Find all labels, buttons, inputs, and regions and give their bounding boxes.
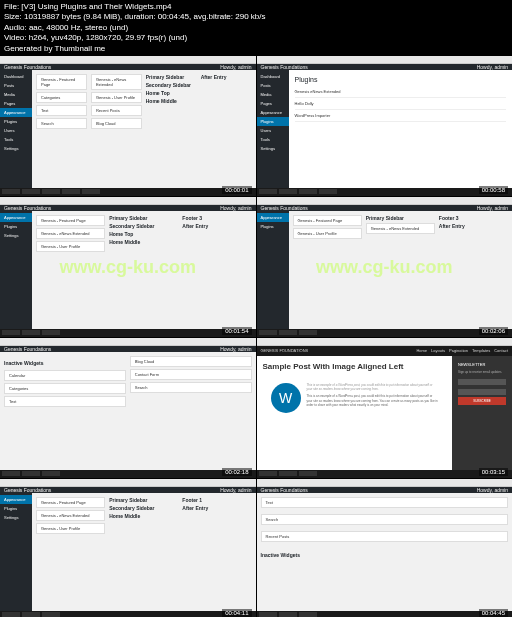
available-widget[interactable]: Categories: [4, 383, 126, 394]
newsletter-widget: NEWSLETTER Sign up to receive email upda…: [452, 356, 512, 478]
sidebar-area[interactable]: After Entry: [439, 223, 508, 229]
sidebar-area[interactable]: Primary Sidebar: [109, 497, 178, 503]
taskbar: [0, 470, 256, 478]
available-widget[interactable]: Recent Posts: [91, 105, 142, 116]
available-widget[interactable]: Blog Cloud: [91, 118, 142, 129]
nav-pagination[interactable]: Pagination: [449, 348, 468, 353]
sidebar-area[interactable]: Home Top: [146, 90, 197, 96]
sidebar-area[interactable]: After Entry: [201, 74, 252, 80]
sidebar-area[interactable]: Secondary Sidebar: [109, 223, 178, 229]
wp-sidebar: Appearance Plugins Settings: [0, 493, 32, 617]
menu-settings[interactable]: Settings: [0, 231, 32, 240]
thumb-3: Genesis FoundationsHowdy, admin Appearan…: [0, 197, 256, 337]
menu-plugins[interactable]: Plugins: [0, 222, 32, 231]
available-widget[interactable]: Genesis - Featured Page: [293, 215, 362, 226]
menu-settings[interactable]: Settings: [0, 513, 32, 522]
sidebar-area[interactable]: Home Middle: [109, 239, 178, 245]
menu-appearance[interactable]: Appearance: [257, 213, 289, 222]
audio-line: Audio: aac, 48000 Hz, stereo (und): [4, 23, 508, 33]
menu-appearance[interactable]: Appearance: [257, 108, 289, 117]
taskbar: [257, 611, 513, 617]
taskbar: [257, 470, 513, 478]
sidebar-area[interactable]: Secondary Sidebar: [109, 505, 178, 511]
available-widget[interactable]: Genesis - eNews Extended: [36, 228, 105, 239]
widget-item[interactable]: Text: [261, 497, 509, 508]
nav-home[interactable]: Home: [416, 348, 427, 353]
sidebar-area[interactable]: After Entry: [182, 223, 251, 229]
sidebar-area[interactable]: Footer 3: [182, 215, 251, 221]
plugin-row[interactable]: Hello Dolly: [295, 98, 507, 110]
available-widget[interactable]: Genesis - Featured Page: [36, 215, 105, 226]
sidebar-area[interactable]: Home Top: [109, 231, 178, 237]
menu-appearance[interactable]: Appearance: [0, 108, 32, 117]
available-widget[interactable]: Genesis - User Profile: [91, 92, 142, 103]
thumb-8: Genesis FoundationsHowdy, admin Text Sea…: [257, 479, 513, 617]
taskbar: [0, 611, 256, 617]
sidebar-area[interactable]: Footer 3: [439, 215, 508, 221]
sidebar-area[interactable]: Secondary Sidebar: [146, 82, 197, 88]
available-widget[interactable]: Text: [36, 105, 87, 116]
available-widget[interactable]: Genesis - User Profile: [36, 523, 105, 534]
menu-settings[interactable]: Settings: [0, 144, 32, 153]
menu-tools[interactable]: Tools: [257, 135, 289, 144]
thumb-1: Genesis FoundationsHowdy, admin Dashboar…: [0, 56, 256, 196]
wp-sidebar: Dashboard Posts Media Pages Appearance P…: [0, 70, 32, 196]
wp-sidebar: Appearance Plugins Settings: [0, 211, 32, 337]
available-widget[interactable]: Categories: [36, 92, 87, 103]
sidebar-area[interactable]: Footer 1: [182, 497, 251, 503]
sidebar-area[interactable]: Primary Sidebar: [366, 215, 435, 221]
menu-tools[interactable]: Tools: [0, 135, 32, 144]
menu-users[interactable]: Users: [257, 126, 289, 135]
available-widget[interactable]: Calendar: [4, 370, 126, 381]
menu-plugins[interactable]: Plugins: [257, 222, 289, 231]
widget-item[interactable]: Search: [261, 514, 509, 525]
newsletter-name-input[interactable]: [458, 379, 506, 385]
menu-dashboard[interactable]: Dashboard: [0, 72, 32, 81]
available-widget[interactable]: Genesis - eNews Extended: [91, 74, 142, 90]
sidebar-area[interactable]: After Entry: [182, 505, 251, 511]
nav-contact[interactable]: Contact: [494, 348, 508, 353]
menu-users[interactable]: Users: [0, 126, 32, 135]
menu-pages[interactable]: Pages: [257, 99, 289, 108]
menu-dashboard[interactable]: Dashboard: [257, 72, 289, 81]
nav-layouts[interactable]: Layouts: [431, 348, 445, 353]
plugin-row[interactable]: WordPress Importer: [295, 110, 507, 122]
available-widget[interactable]: Genesis - User Profile: [293, 228, 362, 239]
available-widget[interactable]: Search: [36, 118, 87, 129]
plugin-row[interactable]: Genesis eNews Extended: [295, 86, 507, 98]
sidebar-area[interactable]: Home Middle: [146, 98, 197, 104]
menu-media[interactable]: Media: [0, 90, 32, 99]
widget-item[interactable]: Recent Posts: [261, 531, 509, 542]
menu-plugins[interactable]: Plugins: [257, 117, 289, 126]
available-widget[interactable]: Blog Cloud: [130, 356, 252, 367]
menu-posts[interactable]: Posts: [0, 81, 32, 90]
available-widget[interactable]: Genesis - eNews Extended: [36, 510, 105, 521]
timestamp: 00:04:45: [479, 609, 508, 617]
available-widget[interactable]: Search: [130, 382, 252, 393]
sidebar-area[interactable]: Primary Sidebar: [109, 215, 178, 221]
available-widget[interactable]: Genesis - Featured Page: [36, 497, 105, 508]
menu-settings[interactable]: Settings: [257, 144, 289, 153]
available-widget[interactable]: Genesis - User Profile: [36, 241, 105, 252]
taskbar: [0, 329, 256, 337]
menu-pages[interactable]: Pages: [0, 99, 32, 108]
sidebar-area[interactable]: Home Middle: [109, 513, 178, 519]
menu-plugins[interactable]: Plugins: [0, 117, 32, 126]
available-widget[interactable]: Text: [4, 396, 126, 407]
sidebar-area[interactable]: Primary Sidebar: [146, 74, 197, 80]
newsletter-email-input[interactable]: [458, 389, 506, 395]
menu-plugins[interactable]: Plugins: [0, 504, 32, 513]
thumb-5: Genesis FoundationsHowdy, admin Inactive…: [0, 338, 256, 478]
nav-templates[interactable]: Templates: [472, 348, 490, 353]
timestamp: 00:02:18: [222, 468, 251, 476]
menu-posts[interactable]: Posts: [257, 81, 289, 90]
newsletter-sub: Sign up to receive email updates: [458, 370, 506, 374]
menu-media[interactable]: Media: [257, 90, 289, 99]
widget-item[interactable]: Genesis - eNews Extended: [366, 223, 435, 234]
subscribe-button[interactable]: SUBSCRIBE: [458, 397, 506, 405]
available-widget[interactable]: Contact Form: [130, 369, 252, 380]
menu-appearance[interactable]: Appearance: [0, 495, 32, 504]
browser-chrome: [0, 197, 256, 205]
available-widget[interactable]: Genesis - Featured Page: [36, 74, 87, 90]
menu-appearance[interactable]: Appearance: [0, 213, 32, 222]
